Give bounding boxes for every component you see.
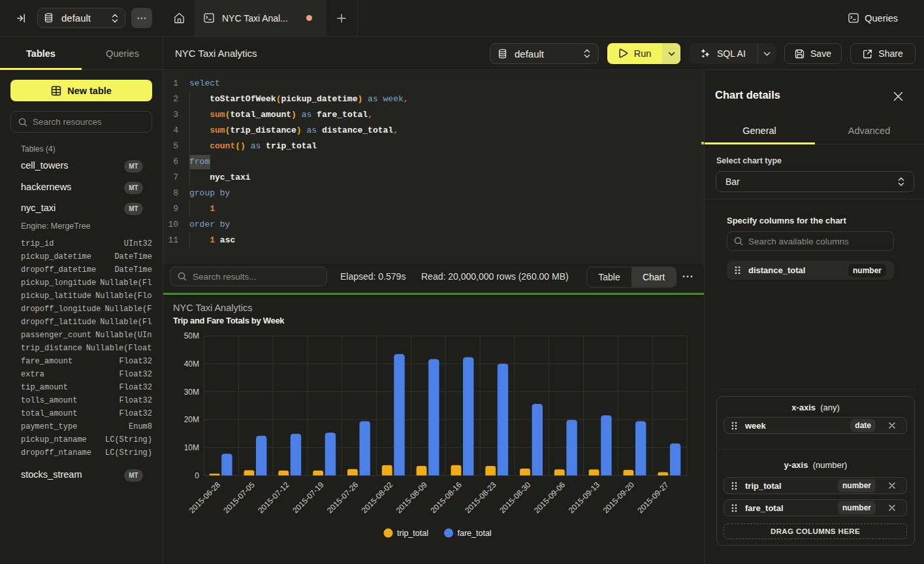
svg-text:50M: 50M	[184, 331, 199, 340]
svg-text:30M: 30M	[184, 388, 199, 397]
svg-text:2015-09-06: 2015-09-06	[532, 480, 567, 515]
svg-text:2015-09-20: 2015-09-20	[601, 480, 637, 515]
svg-text:2015-08-30: 2015-08-30	[498, 480, 533, 515]
svg-text:10M: 10M	[184, 443, 199, 452]
svg-text:2015-06-28: 2015-06-28	[187, 480, 223, 515]
svg-text:trip_total: trip_total	[397, 529, 428, 538]
svg-text:2015-09-27: 2015-09-27	[635, 480, 671, 515]
svg-text:2015-08-16: 2015-08-16	[429, 480, 464, 515]
svg-text:40M: 40M	[184, 359, 199, 369]
svg-text:fare_total: fare_total	[458, 529, 492, 538]
svg-text:20M: 20M	[184, 415, 199, 424]
svg-text:2015-07-12: 2015-07-12	[256, 480, 291, 515]
svg-text:2015-07-26: 2015-07-26	[325, 480, 360, 515]
svg-text:2015-08-09: 2015-08-09	[394, 480, 430, 515]
svg-text:2015-07-19: 2015-07-19	[291, 480, 326, 515]
svg-text:0: 0	[195, 471, 199, 480]
svg-text:2015-07-05: 2015-07-05	[222, 480, 257, 515]
svg-text:2015-09-13: 2015-09-13	[567, 480, 602, 515]
svg-text:2015-08-23: 2015-08-23	[463, 480, 498, 515]
svg-text:2015-08-02: 2015-08-02	[360, 480, 395, 515]
